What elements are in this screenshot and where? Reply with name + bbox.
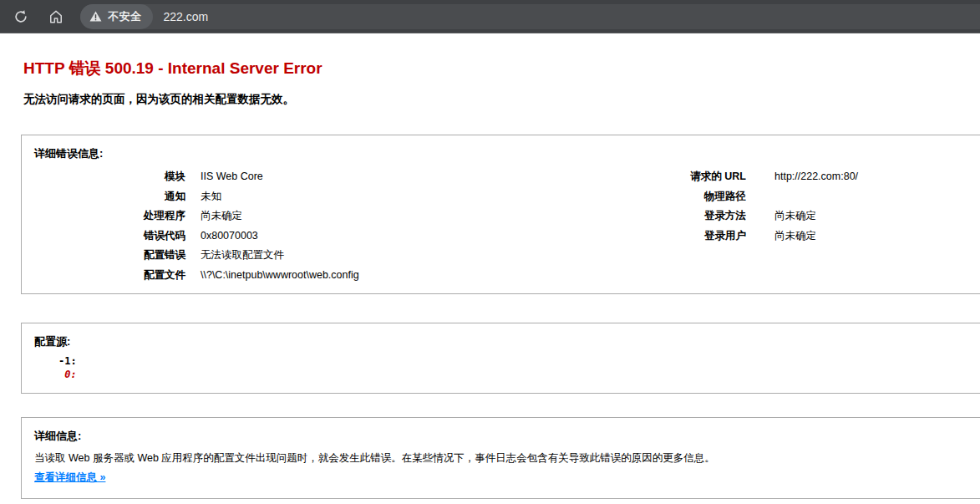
field-label: 请求的 URL [515,167,774,187]
field-value: 尚未确定 [774,206,858,227]
table-row: 登录方法 尚未确定 [515,206,858,227]
field-value: IIS Web Core [201,167,515,187]
home-icon [48,8,64,25]
reload-icon [13,8,29,25]
reload-button[interactable] [7,3,35,31]
detail-error-box: 详细错误信息: 模块 IIS Web Core 通知 未知 处理程序 尚未确定 … [21,135,980,294]
table-row: 配置文件 \\?\C:\inetpub\wwwroot\web.config [34,266,515,286]
detail-heading: 详细错误信息: [34,146,977,161]
config-source-heading: 配置源: [34,334,977,349]
security-chip[interactable]: 不安全 [80,4,153,29]
field-label: 通知 [34,187,201,207]
config-source-box: 配置源: -1: 0: [21,323,980,394]
table-row: 登录用户 尚未确定 [515,227,858,247]
url-text: 222.com [164,10,209,23]
browser-toolbar: 不安全 222.com [0,0,980,33]
config-line-0: 0: [34,368,83,381]
field-label: 错误代码 [34,227,201,247]
table-row: 模块 IIS Web Core [34,167,515,187]
detail-table-left: 模块 IIS Web Core 通知 未知 处理程序 尚未确定 错误代码 0x8… [34,167,515,285]
warning-icon [89,11,102,22]
field-value: \\?\C:\inetpub\wwwroot\web.config [201,266,515,286]
view-details-link[interactable]: 查看详细信息 » [34,471,105,485]
table-row: 物理路径 [515,187,858,207]
field-value: 尚未确定 [201,206,515,227]
field-label: 模块 [34,167,201,187]
field-value: 尚未确定 [774,227,858,247]
table-row: 错误代码 0x80070003 [34,227,515,247]
table-row: 处理程序 尚未确定 [34,206,515,227]
page-title: HTTP 错误 500.19 - Internal Server Error [23,58,980,79]
detail-table-right: 请求的 URL http://222.com:80/ 物理路径 登录方法 尚未确… [515,167,858,246]
address-bar[interactable]: 不安全 222.com [80,4,980,29]
field-label: 登录用户 [515,227,774,247]
config-line-minus1: -1: [34,354,83,368]
more-info-text: 当读取 Web 服务器或 Web 应用程序的配置文件出现问题时，就会发生此错误。… [34,451,977,465]
field-value: 无法读取配置文件 [201,246,515,266]
field-value [774,187,858,207]
table-row: 配置错误 无法读取配置文件 [34,246,515,266]
more-info-heading: 详细信息: [34,429,977,444]
field-label: 配置文件 [34,266,201,286]
field-label: 物理路径 [515,187,774,207]
page-subtitle: 无法访问请求的页面，因为该页的相关配置数据无效。 [23,92,980,107]
table-row: 请求的 URL http://222.com:80/ [515,167,858,187]
home-button[interactable] [42,3,70,31]
field-label: 配置错误 [34,246,201,266]
field-label: 登录方法 [515,206,774,227]
field-label: 处理程序 [34,206,201,227]
security-chip-label: 不安全 [108,9,142,24]
field-value: 未知 [201,187,515,207]
more-info-box: 详细信息: 当读取 Web 服务器或 Web 应用程序的配置文件出现问题时，就会… [21,417,980,499]
table-row: 通知 未知 [34,187,515,207]
config-source-lines: -1: 0: [34,354,977,381]
field-value: 0x80070003 [201,227,515,247]
field-value: http://222.com:80/ [774,167,858,187]
